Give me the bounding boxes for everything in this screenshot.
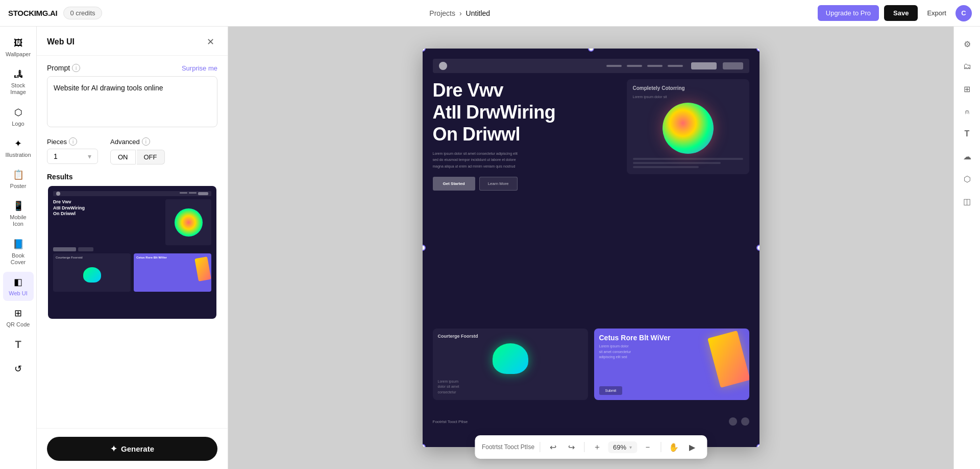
save-button[interactable]: Save (884, 5, 918, 21)
canvas-feature-title: Completely Cotorring (633, 85, 743, 91)
cloud-button[interactable]: ☁ (958, 147, 976, 166)
sidebar-item-label: QR Code (7, 321, 30, 328)
sidebar-item-logo[interactable]: ⬡ Logo (3, 102, 34, 131)
result-thumbnail-1[interactable]: Dre VwvAtII DrwWiringOn Driwwl (47, 185, 217, 320)
play-button[interactable]: ▶ (684, 439, 700, 455)
stock-image-icon: 🏞 (12, 68, 24, 80)
logo-icon: ⬡ (12, 106, 24, 119)
sidebar-item-label: Wallpaper (6, 51, 31, 58)
options-row: Pieces i 1 ▾ Advanced i ON OFF (47, 137, 217, 165)
prompt-header: Prompt i Surprise me (47, 64, 217, 72)
panel-header: Web UI ✕ (37, 27, 228, 56)
header-left: STOCKIMG.AI 0 credits (8, 7, 102, 19)
book-cover-icon: 📘 (12, 238, 24, 250)
stat-line (633, 166, 699, 168)
sidebar-item-poster[interactable]: 📋 Poster (3, 165, 34, 194)
prompt-info-icon[interactable]: i (72, 64, 80, 72)
zoom-chevron-icon: ▾ (629, 444, 632, 450)
toolbar-separator-3 (660, 442, 661, 452)
prompt-textarea[interactable] (47, 76, 217, 127)
resize-handle-mr[interactable] (756, 245, 760, 251)
canvas-card-dark-title: Courterge Foorstd (438, 334, 583, 339)
sidebar-item-book-cover[interactable]: 📘 Book Cover (3, 234, 34, 270)
main-area: 🖼 Wallpaper 🏞 Stock Image ⬡ Logo ✦ Illus… (0, 27, 980, 469)
sidebar-item-label: Illustration (5, 152, 31, 158)
canvas-hero-primary-btn[interactable]: Get Started (433, 177, 475, 191)
breadcrumb-projects[interactable]: Projects (429, 9, 455, 17)
pieces-select[interactable]: 1 ▾ (47, 149, 98, 164)
canvas-hero-subtitle: Lorem ipsum dolor sit amet consectetur a… (433, 151, 619, 170)
toggle-on-button[interactable]: ON (110, 150, 136, 165)
sidebar-item-history[interactable]: ↺ (3, 359, 34, 381)
sidebar-item-label: Stock Image (5, 82, 32, 96)
shapes-button[interactable]: ⬡ (958, 170, 976, 188)
sidebar-item-web-ui[interactable]: ◧ Web UI (3, 272, 34, 301)
pieces-info-icon[interactable]: i (69, 137, 77, 146)
zoom-in-button[interactable]: ＋ (590, 439, 605, 455)
import-button[interactable]: ◫ (958, 192, 976, 210)
history-icon: ↺ (12, 363, 24, 375)
zoom-value: 69% (613, 443, 626, 451)
qr-code-icon: ⊞ (12, 307, 24, 319)
pan-button[interactable]: ✋ (666, 439, 681, 455)
canvas-nav-links (606, 65, 683, 67)
text-button[interactable]: T (958, 125, 976, 143)
sidebar-item-text[interactable]: T (3, 334, 34, 357)
canvas-feature-card: Completely Cotorring Lorem ipsum dolor s… (627, 79, 749, 174)
pieces-group: Pieces i 1 ▾ (47, 137, 98, 164)
canvas-spinner (663, 103, 714, 154)
canvas-bottom-glimpse: Footrtst Tooct PtIse (433, 406, 749, 437)
advanced-label: Advanced i (110, 137, 165, 146)
canvas-hero-right: Completely Cotorring Lorem ipsum dolor s… (627, 79, 749, 322)
text-icon: T (12, 338, 24, 350)
sidebar-item-illustration[interactable]: ✦ Illustration (3, 133, 34, 162)
sidebar-item-label: Mobile Icon (5, 214, 32, 227)
breadcrumb-separator: › (459, 9, 462, 17)
grid-button[interactable]: ⊞ (958, 80, 976, 98)
canvas-footer-dot2 (741, 417, 749, 426)
canvas-hero-left: Dre Vwv AtII DrwWiring On Driwwl Lorem i… (433, 79, 619, 322)
canvas-area[interactable]: Dre Vwv AtII DrwWiring On Driwwl Lorem i… (228, 27, 953, 469)
stat-line (633, 158, 743, 160)
redo-button[interactable]: ↪ (564, 439, 579, 455)
panel-close-button[interactable]: ✕ (203, 35, 217, 49)
surprise-me-button[interactable]: Surprise me (182, 64, 217, 72)
generate-section: ✦ Generate (37, 428, 228, 469)
canvas-document[interactable]: Dre Vwv AtII DrwWiring On Driwwl Lorem i… (423, 49, 760, 447)
advanced-info-icon[interactable]: i (142, 137, 150, 146)
toggle-off-button[interactable]: OFF (137, 150, 165, 165)
illustration-icon: ✦ (12, 137, 24, 150)
avatar[interactable]: C (955, 5, 972, 21)
canvas-hero-secondary-btn[interactable]: Learn More (479, 177, 518, 191)
undo-button[interactable]: ↩ (545, 439, 560, 455)
sidebar-item-label: Web UI (9, 290, 27, 297)
nav-link (606, 65, 622, 67)
advanced-group: Advanced i ON OFF (110, 137, 165, 165)
breadcrumb-current[interactable]: Untitled (466, 9, 490, 17)
panel-body: Prompt i Surprise me Pieces i 1 ▾ (37, 56, 228, 428)
components-button[interactable]: ⍝ (958, 102, 976, 121)
canvas-feature-subtitle: Lorem ipsum dolor sit (633, 95, 743, 99)
logo: STOCKIMG.AI (8, 9, 57, 17)
zoom-control[interactable]: 69% ▾ (608, 441, 637, 453)
sidebar-item-qr-code[interactable]: ⊞ QR Code (3, 303, 34, 332)
advanced-toggle: ON OFF (110, 150, 165, 165)
right-sidebar: ⚙ 🗂 ⊞ ⍝ T ☁ ⬡ ◫ (953, 27, 980, 469)
pieces-label: Pieces i (47, 137, 98, 146)
export-button[interactable]: Export (923, 5, 950, 21)
generate-button[interactable]: ✦ Generate (47, 437, 217, 461)
layers-button[interactable]: 🗂 (958, 57, 976, 76)
sidebar-item-mobile-icon[interactable]: 📱 Mobile Icon (3, 196, 34, 231)
upgrade-button[interactable]: Upgrade to Pro (818, 5, 879, 21)
canvas-nav (433, 59, 749, 73)
sidebar-item-wallpaper[interactable]: 🖼 Wallpaper (3, 33, 34, 62)
header-right: Upgrade to Pro Save Export C (818, 5, 972, 21)
toolbar-separator-2 (584, 442, 584, 452)
credits-badge[interactable]: 0 credits (63, 7, 102, 19)
zoom-out-button[interactable]: － (640, 439, 655, 455)
nav-link (668, 65, 683, 67)
sidebar-item-stock-image[interactable]: 🏞 Stock Image (3, 64, 34, 100)
canvas-purple-btn[interactable]: Submit (599, 386, 623, 395)
web-ui-icon: ◧ (12, 276, 24, 288)
settings-button[interactable]: ⚙ (958, 35, 976, 53)
